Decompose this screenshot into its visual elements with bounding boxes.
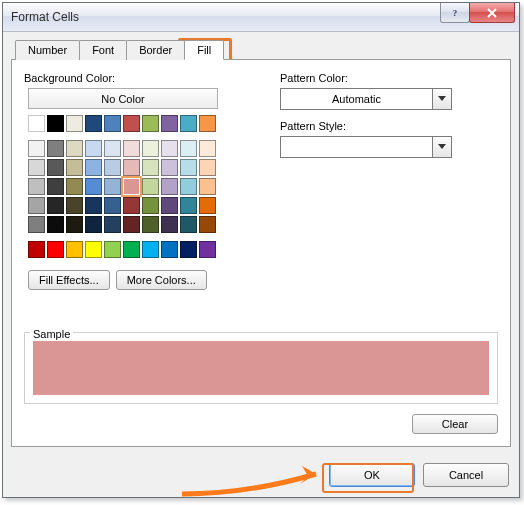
- color-swatch[interactable]: [142, 241, 159, 258]
- color-swatch[interactable]: [28, 159, 45, 176]
- close-button[interactable]: [469, 3, 515, 23]
- color-swatch[interactable]: [123, 115, 140, 132]
- color-swatch[interactable]: [142, 197, 159, 214]
- tab-border[interactable]: Border: [126, 40, 185, 60]
- color-swatch[interactable]: [199, 115, 216, 132]
- color-swatch[interactable]: [28, 216, 45, 233]
- color-swatch[interactable]: [104, 178, 121, 195]
- color-swatch[interactable]: [66, 159, 83, 176]
- color-swatch[interactable]: [66, 178, 83, 195]
- color-swatch[interactable]: [85, 216, 102, 233]
- color-swatch[interactable]: [142, 216, 159, 233]
- fill-effects-button[interactable]: Fill Effects...: [28, 270, 110, 290]
- pattern-style-value: [281, 137, 432, 157]
- color-swatch[interactable]: [47, 159, 64, 176]
- color-swatch[interactable]: [142, 159, 159, 176]
- color-swatch[interactable]: [180, 197, 197, 214]
- color-swatch[interactable]: [47, 241, 64, 258]
- pattern-style-dropdown[interactable]: [280, 136, 452, 158]
- format-cells-dialog: Format Cells ? Number Font Border Fill B…: [2, 2, 520, 498]
- sample-group: Sample: [24, 320, 498, 404]
- color-swatch[interactable]: [161, 159, 178, 176]
- color-swatch[interactable]: [85, 197, 102, 214]
- window-title: Format Cells: [3, 10, 79, 24]
- color-swatch[interactable]: [47, 140, 64, 157]
- clear-button[interactable]: Clear: [412, 414, 498, 434]
- chevron-down-icon: [432, 89, 451, 109]
- color-swatch[interactable]: [199, 197, 216, 214]
- pattern-color-label: Pattern Color:: [280, 72, 498, 84]
- tab-font[interactable]: Font: [79, 40, 127, 60]
- color-swatch[interactable]: [161, 115, 178, 132]
- color-swatch[interactable]: [199, 159, 216, 176]
- color-swatch[interactable]: [161, 140, 178, 157]
- color-swatch[interactable]: [85, 140, 102, 157]
- sample-label: Sample: [30, 328, 73, 340]
- color-swatch[interactable]: [28, 115, 45, 132]
- color-swatch[interactable]: [47, 197, 64, 214]
- color-swatch[interactable]: [180, 216, 197, 233]
- color-swatch[interactable]: [161, 197, 178, 214]
- svg-text:?: ?: [453, 8, 458, 18]
- color-swatch[interactable]: [28, 197, 45, 214]
- color-swatch[interactable]: [47, 178, 64, 195]
- tabstrip: Number Font Border Fill: [11, 40, 511, 60]
- color-swatch[interactable]: [199, 178, 216, 195]
- color-swatch[interactable]: [85, 241, 102, 258]
- color-swatches: [28, 115, 256, 258]
- tab-number[interactable]: Number: [15, 40, 80, 60]
- color-swatch[interactable]: [180, 241, 197, 258]
- color-swatch[interactable]: [123, 197, 140, 214]
- more-colors-button[interactable]: More Colors...: [116, 270, 207, 290]
- color-swatch[interactable]: [28, 241, 45, 258]
- color-swatch[interactable]: [66, 115, 83, 132]
- color-swatch[interactable]: [66, 140, 83, 157]
- color-swatch[interactable]: [161, 178, 178, 195]
- color-swatch[interactable]: [199, 216, 216, 233]
- color-swatch[interactable]: [47, 216, 64, 233]
- color-swatch[interactable]: [85, 178, 102, 195]
- color-swatch[interactable]: [123, 140, 140, 157]
- color-swatch[interactable]: [123, 241, 140, 258]
- ok-button[interactable]: OK: [329, 463, 415, 487]
- color-swatch[interactable]: [180, 115, 197, 132]
- color-swatch[interactable]: [104, 216, 121, 233]
- color-swatch[interactable]: [104, 197, 121, 214]
- cancel-button[interactable]: Cancel: [423, 463, 509, 487]
- dialog-footer: OK Cancel: [3, 455, 519, 497]
- color-swatch[interactable]: [180, 159, 197, 176]
- color-swatch[interactable]: [142, 115, 159, 132]
- color-swatch[interactable]: [66, 197, 83, 214]
- color-swatch[interactable]: [104, 115, 121, 132]
- color-swatch[interactable]: [66, 241, 83, 258]
- standard-colors-row: [28, 241, 256, 258]
- color-swatch[interactable]: [199, 241, 216, 258]
- color-swatch[interactable]: [199, 140, 216, 157]
- color-swatch[interactable]: [104, 159, 121, 176]
- theme-tint-grid: [28, 140, 256, 233]
- color-swatch[interactable]: [161, 241, 178, 258]
- color-swatch[interactable]: [85, 115, 102, 132]
- color-swatch[interactable]: [161, 216, 178, 233]
- color-swatch[interactable]: [123, 178, 140, 195]
- color-swatch[interactable]: [123, 216, 140, 233]
- titlebar[interactable]: Format Cells ?: [3, 3, 519, 32]
- pattern-style-label: Pattern Style:: [280, 120, 498, 132]
- color-swatch[interactable]: [28, 140, 45, 157]
- color-swatch[interactable]: [104, 140, 121, 157]
- help-button[interactable]: ?: [440, 3, 470, 23]
- pattern-color-value: Automatic: [281, 89, 432, 109]
- color-swatch[interactable]: [28, 178, 45, 195]
- color-swatch[interactable]: [180, 178, 197, 195]
- pattern-color-dropdown[interactable]: Automatic: [280, 88, 452, 110]
- no-color-button[interactable]: No Color: [28, 88, 218, 109]
- color-swatch[interactable]: [66, 216, 83, 233]
- tab-fill[interactable]: Fill: [184, 40, 224, 60]
- color-swatch[interactable]: [142, 178, 159, 195]
- color-swatch[interactable]: [85, 159, 102, 176]
- color-swatch[interactable]: [180, 140, 197, 157]
- color-swatch[interactable]: [142, 140, 159, 157]
- color-swatch[interactable]: [123, 159, 140, 176]
- color-swatch[interactable]: [47, 115, 64, 132]
- color-swatch[interactable]: [104, 241, 121, 258]
